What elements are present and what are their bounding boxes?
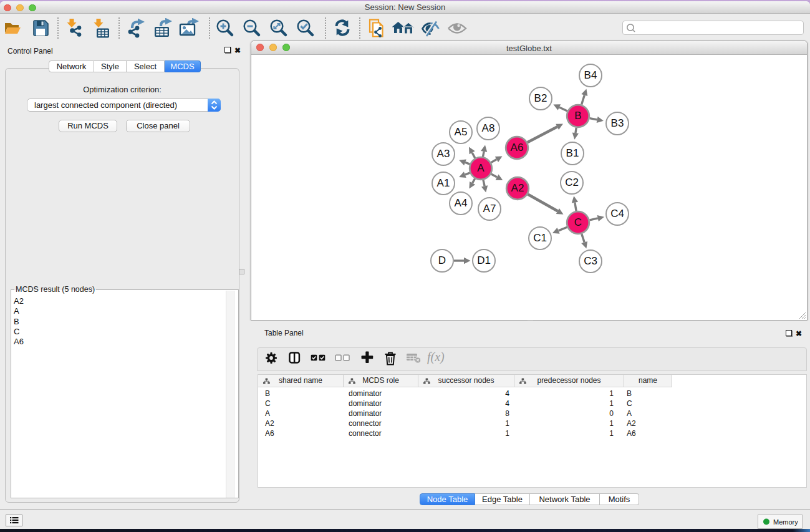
svg-text:D: D [438, 254, 446, 266]
svg-text:C1: C1 [533, 232, 547, 244]
svg-text:C: C [574, 216, 582, 228]
svg-text:B2: B2 [534, 92, 547, 104]
svg-text:A5: A5 [455, 126, 468, 138]
svg-text:A8: A8 [482, 122, 495, 134]
svg-text:Memory: Memory [773, 518, 798, 526]
svg-text:C2: C2 [565, 177, 579, 188]
svg-text:A4: A4 [455, 197, 468, 209]
svg-text:D1: D1 [477, 254, 491, 266]
svg-text:C4: C4 [610, 208, 624, 220]
svg-text:B: B [574, 110, 581, 122]
svg-text:A1: A1 [437, 177, 450, 189]
svg-text:A7: A7 [483, 203, 496, 215]
svg-text:A2: A2 [511, 182, 524, 194]
svg-text:B1: B1 [566, 147, 579, 159]
svg-text:B3: B3 [611, 117, 624, 129]
svg-text:A: A [477, 162, 485, 174]
svg-text:A3: A3 [437, 148, 450, 160]
svg-text:A6: A6 [511, 142, 524, 153]
svg-text:C3: C3 [584, 255, 597, 267]
svg-text:B4: B4 [584, 69, 597, 81]
